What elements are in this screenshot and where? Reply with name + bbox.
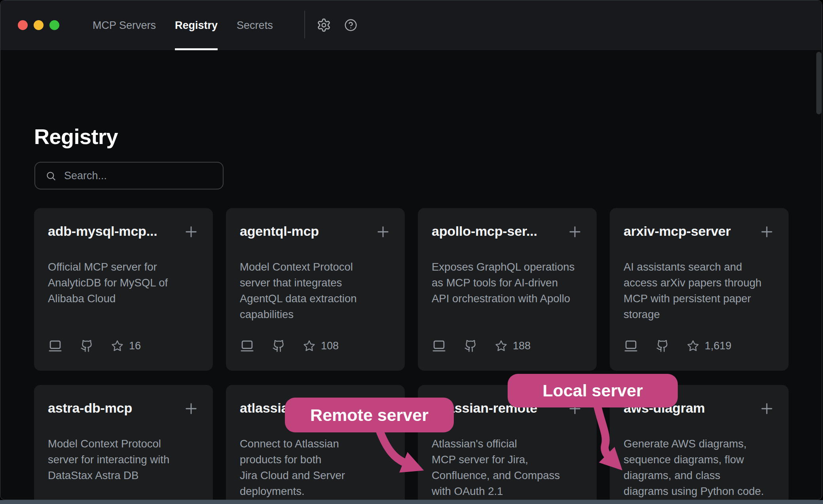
server-description: Official MCP server forAnalyticDB for My… <box>48 259 199 307</box>
server-card-arxiv-mcp-server[interactable]: arxiv-mcp-server AI assistants search an… <box>610 208 789 371</box>
star-icon <box>687 340 699 352</box>
server-card-adb-mysql-mcp[interactable]: adb-mysql-mcp... Official MCP server for… <box>34 208 213 371</box>
server-card-agentql-mcp[interactable]: agentql-mcp Model Context Protocolserver… <box>226 208 405 371</box>
zoom-window-button[interactable] <box>49 20 59 30</box>
main-nav-tabs: MCP Servers Registry Secrets <box>93 0 273 50</box>
server-card-footer: 108 <box>240 339 391 353</box>
desktop-backdrop-strip <box>0 500 823 504</box>
github-icon[interactable] <box>656 339 669 352</box>
server-description: Generate AWS diagrams,sequence diagrams,… <box>624 436 775 499</box>
remote-server-callout: Remote server <box>285 398 454 432</box>
add-server-button[interactable] <box>375 224 391 242</box>
star-icon <box>495 340 507 352</box>
server-description: Atlassian's officialMCP server for Jira,… <box>432 436 583 499</box>
server-card-footer: 1,619 <box>624 339 775 353</box>
search-box[interactable] <box>34 162 224 189</box>
star-count: 188 <box>513 340 531 352</box>
window-controls <box>18 20 59 30</box>
tab-registry[interactable]: Registry <box>175 0 218 50</box>
vertical-scrollbar-thumb[interactable] <box>816 52 821 114</box>
github-icon[interactable] <box>272 339 285 352</box>
server-card-footer: 16 <box>48 339 199 353</box>
close-window-button[interactable] <box>18 20 28 30</box>
laptop-icon <box>240 339 254 353</box>
server-name: apollo-mcp-ser... <box>432 222 537 240</box>
server-description: AI assistants search andaccess arXiv pap… <box>624 259 775 322</box>
laptop-icon <box>432 339 446 353</box>
server-description: Model Context Protocolserver for interac… <box>48 436 199 483</box>
add-server-button[interactable] <box>567 224 583 242</box>
minimize-window-button[interactable] <box>34 20 44 30</box>
server-card-astra-db-mcp[interactable]: astra-db-mcp Model Context Protocolserve… <box>34 385 213 500</box>
github-icon[interactable] <box>80 339 93 352</box>
star-count: 1,619 <box>705 340 732 352</box>
star-icon <box>111 340 123 352</box>
tab-mcp-servers[interactable]: MCP Servers <box>93 0 156 50</box>
help-icon[interactable] <box>344 19 357 32</box>
server-name: astra-db-mcp <box>48 399 132 417</box>
search-input[interactable] <box>63 169 223 182</box>
laptop-icon <box>48 339 63 353</box>
titlebar-divider <box>304 11 305 38</box>
server-description: Model Context Protocolserver that integr… <box>240 259 391 322</box>
server-name: adb-mysql-mcp... <box>48 222 157 240</box>
add-server-button[interactable] <box>759 224 775 242</box>
server-name: arxiv-mcp-server <box>624 222 731 240</box>
registry-card-grid: adb-mysql-mcp... Official MCP server for… <box>34 208 789 500</box>
server-description: Connect to Atlassianproducts for bothJir… <box>240 436 391 499</box>
add-server-button[interactable] <box>183 400 199 419</box>
add-server-button[interactable] <box>183 224 199 242</box>
star-count: 16 <box>129 340 141 352</box>
tab-secrets[interactable]: Secrets <box>237 0 273 50</box>
server-description: Exposes GraphQL operationsas MCP tools f… <box>432 259 583 307</box>
titlebar: MCP Servers Registry Secrets <box>0 0 822 51</box>
server-card-footer: 188 <box>432 339 583 353</box>
star-count: 108 <box>321 340 339 352</box>
local-server-callout: Local server <box>508 374 678 407</box>
star-icon <box>303 340 315 352</box>
server-name: agentql-mcp <box>240 222 319 240</box>
search-icon <box>46 171 56 181</box>
settings-gear-icon[interactable] <box>317 18 331 32</box>
page-title: Registry <box>34 125 118 148</box>
add-server-button[interactable] <box>759 400 775 419</box>
server-card-apollo-mcp-server[interactable]: apollo-mcp-ser... Exposes GraphQL operat… <box>418 208 597 371</box>
laptop-icon <box>624 339 638 353</box>
github-icon[interactable] <box>464 339 477 352</box>
